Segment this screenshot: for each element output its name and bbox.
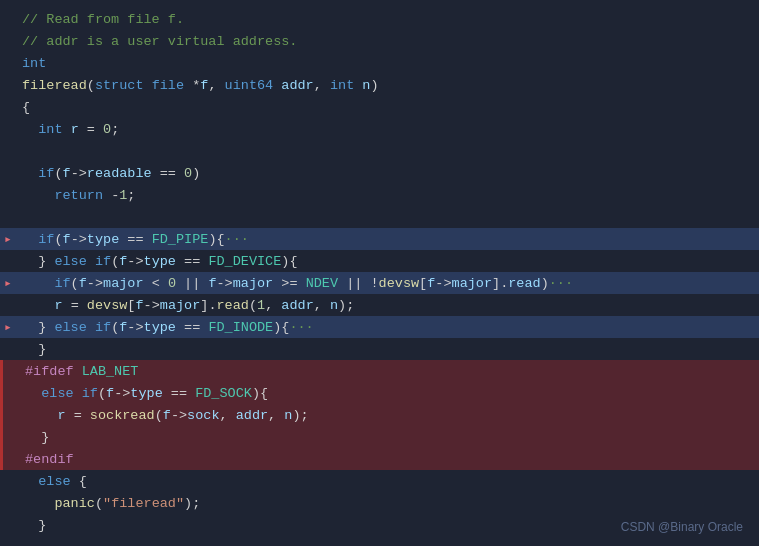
- line-content-17: #ifdef LAB_NET: [19, 364, 749, 379]
- line-content-23: panic("fileread");: [16, 496, 749, 511]
- line-content-21: #endif: [19, 452, 749, 467]
- line-10: [0, 206, 759, 228]
- line-22: else {: [0, 470, 759, 492]
- line-content-4: fileread(struct file *f, uint64 addr, in…: [16, 78, 749, 93]
- line-21: #endif: [0, 448, 759, 470]
- line-content-16: }: [16, 342, 749, 357]
- line-content-19: r = sockread(f->sock, addr, n);: [19, 408, 749, 423]
- arrow-15: ▸: [0, 319, 16, 335]
- line-content-20: }: [19, 430, 749, 445]
- line-content-25: [16, 540, 749, 547]
- line-23: panic("fileread");: [0, 492, 759, 514]
- arrow-11: ▸: [0, 231, 16, 247]
- line-11: ▸ if(f->type == FD_PIPE){···: [0, 228, 759, 250]
- line-content-1: // Read from file f.: [16, 12, 749, 27]
- line-content-9: return -1;: [16, 188, 749, 203]
- line-13: ▸ if(f->major < 0 || f->major >= NDEV ||…: [0, 272, 759, 294]
- line-25: [0, 536, 759, 546]
- line-16: }: [0, 338, 759, 360]
- line-content-12: } else if(f->type == FD_DEVICE){: [16, 254, 749, 269]
- line-content-2: // addr is a user virtual address.: [16, 34, 749, 49]
- line-19: r = sockread(f->sock, addr, n);: [0, 404, 759, 426]
- line-content-5: {: [16, 100, 749, 115]
- line-5: {: [0, 96, 759, 118]
- line-7: [0, 140, 759, 162]
- line-content-14: r = devsw[f->major].read(1, addr, n);: [16, 298, 749, 313]
- line-2: // addr is a user virtual address.: [0, 30, 759, 52]
- line-3: int: [0, 52, 759, 74]
- line-9: return -1;: [0, 184, 759, 206]
- line-14: r = devsw[f->major].read(1, addr, n);: [0, 294, 759, 316]
- line-15: ▸ } else if(f->type == FD_INODE){···: [0, 316, 759, 338]
- watermark: CSDN @Binary Oracle: [621, 520, 743, 534]
- line-17: #ifdef LAB_NET: [0, 360, 759, 382]
- line-content-15: } else if(f->type == FD_INODE){···: [16, 320, 749, 335]
- line-12: } else if(f->type == FD_DEVICE){: [0, 250, 759, 272]
- line-content-18: else if(f->type == FD_SOCK){: [19, 386, 749, 401]
- line-18: else if(f->type == FD_SOCK){: [0, 382, 759, 404]
- arrow-13: ▸: [0, 275, 16, 291]
- line-6: int r = 0;: [0, 118, 759, 140]
- line-content-22: else {: [16, 474, 749, 489]
- line-content-8: if(f->readable == 0): [16, 166, 749, 181]
- line-content-6: int r = 0;: [16, 122, 749, 137]
- line-content-10: [16, 210, 749, 225]
- line-20: }: [0, 426, 759, 448]
- line-content-3: int: [16, 56, 749, 71]
- line-4: fileread(struct file *f, uint64 addr, in…: [0, 74, 759, 96]
- line-content-13: if(f->major < 0 || f->major >= NDEV || !…: [16, 276, 749, 291]
- line-content-7: [16, 144, 749, 159]
- code-viewer: // Read from file f. // addr is a user v…: [0, 0, 759, 546]
- line-1: // Read from file f.: [0, 8, 759, 30]
- line-content-11: if(f->type == FD_PIPE){···: [16, 232, 749, 247]
- line-8: if(f->readable == 0): [0, 162, 759, 184]
